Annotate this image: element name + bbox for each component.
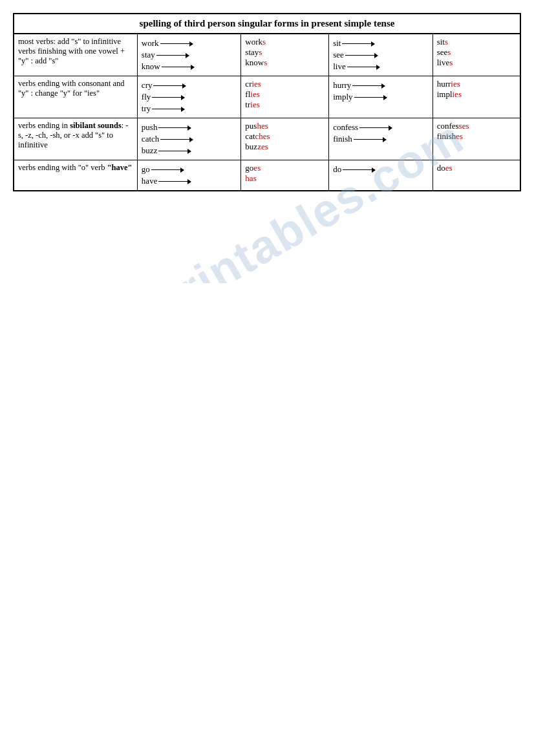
- result-cell-4: goes has: [241, 160, 329, 191]
- arrow-icon: [343, 169, 375, 170]
- result-row: hurries: [437, 79, 516, 89]
- verb-cell-1b: sit see live: [329, 34, 433, 76]
- result-cell-3b: confesses finishes: [433, 118, 520, 160]
- result-row: does: [437, 163, 516, 173]
- verb-word: work: [142, 38, 159, 49]
- suffix: s: [262, 37, 266, 47]
- verb-row: hurry: [333, 80, 429, 91]
- arrow-icon: [162, 67, 194, 67]
- verb-row: push: [142, 122, 237, 133]
- verb-cell-2: cry fly try: [137, 76, 241, 118]
- section-row-1: most verbs: add "s" to infinitive verbs …: [14, 34, 520, 76]
- suffix: s: [447, 47, 451, 57]
- result-cell-4b: does: [433, 160, 520, 191]
- verb-word: finish: [333, 134, 352, 144]
- suffix: ches: [255, 131, 270, 141]
- suffix: ies: [451, 79, 460, 89]
- suffix: s: [449, 58, 453, 67]
- verb-word: fly: [142, 92, 151, 102]
- rule-cell-1: most verbs: add "s" to infinitive verbs …: [14, 34, 137, 76]
- verb-word: confess: [333, 122, 358, 133]
- result-row: stays: [245, 47, 325, 58]
- verb-row: stay: [142, 50, 237, 60]
- arrow-icon: [352, 85, 385, 86]
- verb-row: go: [142, 164, 237, 175]
- arrow-icon: [347, 67, 379, 67]
- verb-row: know: [142, 61, 237, 72]
- verb-row: cry: [142, 80, 237, 91]
- arrow-icon: [158, 181, 191, 182]
- verb-row: fly: [142, 92, 237, 102]
- result-row: goes: [245, 163, 325, 173]
- section-row-2: verbs ending with consonant and "y" : ch…: [14, 76, 520, 118]
- section-row-3: verbs ending in sibilant sounds: -s, -z,…: [14, 118, 520, 160]
- result-row: lives: [437, 58, 516, 68]
- verb-row: sit: [333, 38, 429, 49]
- suffix: es: [445, 163, 453, 173]
- verb-cell-4b: do: [329, 160, 433, 191]
- verb-row: try: [142, 103, 237, 114]
- result-row: knows: [245, 58, 325, 68]
- verb-cell-2b: hurry imply: [329, 76, 433, 118]
- result-row: catches: [245, 131, 325, 142]
- suffix: s: [259, 47, 262, 57]
- verb-row: catch: [142, 134, 237, 144]
- title-cell: spelling of third person singular forms …: [14, 14, 520, 34]
- verb-row: work: [142, 38, 237, 49]
- suffix: hes: [257, 121, 268, 131]
- arrow-icon: [152, 97, 184, 98]
- main-table: spelling of third person singular forms …: [13, 13, 521, 191]
- suffix: s: [445, 37, 448, 47]
- suffix: zes: [257, 142, 268, 151]
- result-row: cries: [245, 79, 325, 89]
- arrow-icon: [354, 97, 387, 98]
- arrow-icon: [151, 169, 184, 170]
- rule-cell-3: verbs ending in sibilant sounds: -s, -z,…: [14, 118, 137, 160]
- verb-word: push: [142, 122, 158, 133]
- result-row: finishes: [437, 131, 516, 142]
- arrow-icon: [152, 109, 184, 109]
- page: spelling of third person singular forms …: [13, 13, 521, 270]
- verb-cell-3b: confess finish: [329, 118, 433, 160]
- result-cell-2b: hurries implies: [433, 76, 520, 118]
- suffix: ies: [251, 79, 261, 89]
- result-row: implies: [437, 89, 516, 100]
- arrow-icon: [158, 127, 191, 128]
- verb-row: see: [333, 50, 429, 60]
- section-row-4: verbs ending with "o" verb "have" go hav…: [14, 160, 520, 191]
- verb-word: catch: [142, 134, 159, 144]
- verb-cell-1: work stay know: [137, 34, 241, 76]
- watermark: ESLprintables.com: [13, 217, 521, 270]
- result-row: flies: [245, 89, 325, 100]
- verb-row: confess: [333, 122, 429, 133]
- verb-cell-3: push catch buzz: [137, 118, 241, 160]
- arrow-icon: [153, 85, 186, 86]
- verb-word: cry: [142, 80, 153, 91]
- verb-cell-4: go have: [137, 160, 241, 191]
- arrow-icon: [359, 127, 392, 128]
- result-row: pushes: [245, 121, 325, 131]
- result-cell-1: works stays knows: [241, 34, 329, 76]
- suffix: ies: [250, 100, 259, 109]
- verb-word: imply: [333, 92, 352, 102]
- arrow-icon: [342, 43, 374, 44]
- verb-row: do: [333, 164, 429, 175]
- verb-word: see: [333, 50, 344, 60]
- title-row: spelling of third person singular forms …: [14, 14, 520, 34]
- rule-cell-4: verbs ending with "o" verb "have": [14, 160, 137, 191]
- verb-word: stay: [142, 50, 155, 60]
- result-row: works: [245, 37, 325, 47]
- verb-row: finish: [333, 134, 429, 144]
- verb-word: do: [333, 164, 341, 175]
- verb-word: go: [142, 164, 150, 175]
- result-cell-3: pushes catches buzzes: [241, 118, 329, 160]
- arrow-icon: [158, 151, 191, 151]
- suffix: ies: [453, 89, 462, 99]
- verb-row: imply: [333, 92, 429, 102]
- verb-word: hurry: [333, 80, 351, 91]
- result-row: sits: [437, 37, 516, 47]
- result-row: buzzes: [245, 142, 325, 152]
- verb-word: try: [142, 103, 151, 114]
- result-row: confesses: [437, 121, 516, 131]
- arrow-icon: [345, 55, 378, 56]
